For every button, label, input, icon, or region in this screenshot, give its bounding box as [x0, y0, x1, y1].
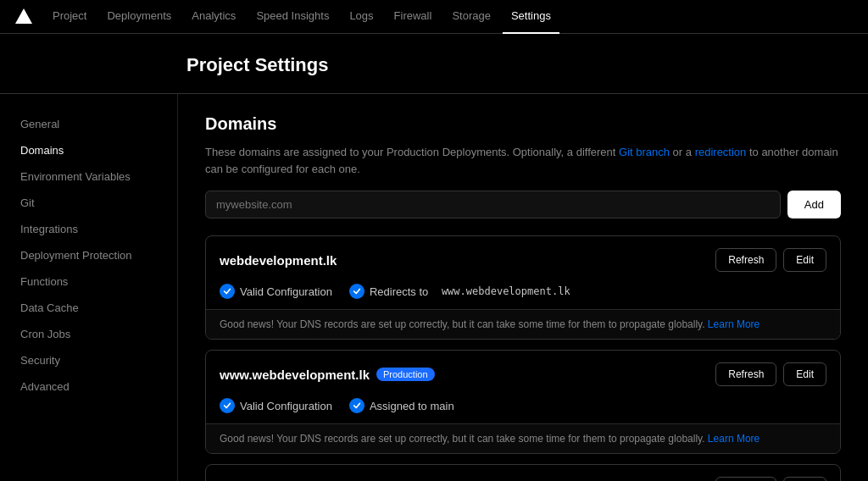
domain-card-3: webdevelopment-lk.vercel.app Production … — [205, 464, 841, 481]
content-layout: General Domains Environment Variables Gi… — [0, 94, 868, 481]
svg-marker-0 — [15, 8, 32, 24]
domain-name-row-2: www.webdevelopment.lk Production — [220, 368, 435, 382]
domain-card-3-actions: Refresh Edit — [715, 477, 826, 481]
domain-status-row-1: Valid Configuration Redirects to www.web… — [206, 284, 840, 309]
check-icon-redirect-1 — [349, 284, 364, 299]
domain-card-2: www.webdevelopment.lk Production Refresh… — [205, 350, 841, 454]
sidebar-item-deployment-protection[interactable]: Deployment Protection — [0, 242, 177, 268]
learn-more-link-1[interactable]: Learn More — [708, 318, 760, 330]
nav-item-storage[interactable]: Storage — [443, 0, 499, 34]
domain-name-1: webdevelopment.lk — [220, 253, 337, 268]
refresh-button-3[interactable]: Refresh — [715, 477, 776, 481]
status-redirect-1: Redirects to www.webdevelopment.lk — [349, 284, 570, 299]
status-valid-config-2: Valid Configuration — [220, 398, 332, 413]
sidebar-item-git[interactable]: Git — [0, 190, 177, 216]
edit-button-2[interactable]: Edit — [783, 362, 826, 386]
check-icon-2 — [220, 398, 235, 413]
refresh-button-1[interactable]: Refresh — [715, 248, 776, 272]
nav-item-speed-insights[interactable]: Speed Insights — [248, 0, 337, 34]
main-content: Domains These domains are assigned to yo… — [178, 94, 868, 481]
status-valid-config-1: Valid Configuration — [220, 284, 332, 299]
nav-item-deployments[interactable]: Deployments — [98, 0, 180, 34]
nav-item-analytics[interactable]: Analytics — [183, 0, 244, 34]
domain-status-row-2: Valid Configuration Assigned to main — [206, 398, 840, 423]
info-bar-1: Good news! Your DNS records are set up c… — [206, 309, 840, 339]
check-icon-assigned-2 — [349, 398, 364, 413]
domain-card-2-header: www.webdevelopment.lk Production Refresh… — [206, 351, 840, 398]
refresh-button-2[interactable]: Refresh — [715, 362, 776, 386]
nav-item-settings[interactable]: Settings — [503, 0, 559, 34]
page-title: Project Settings — [186, 54, 868, 76]
domain-input[interactable] — [205, 191, 781, 218]
page-header: Project Settings — [0, 34, 868, 94]
domain-card-1-header: webdevelopment.lk Refresh Edit — [206, 236, 840, 284]
domain-card-1-actions: Refresh Edit — [715, 248, 826, 272]
edit-button-3[interactable]: Edit — [783, 477, 826, 481]
domain-name-2: www.webdevelopment.lk — [220, 368, 370, 382]
domain-card-1: webdevelopment.lk Refresh Edit Valid Con… — [205, 235, 841, 340]
sidebar-item-cron-jobs[interactable]: Cron Jobs — [0, 321, 177, 347]
add-domain-button[interactable]: Add — [787, 191, 841, 218]
info-bar-2: Good news! Your DNS records are set up c… — [206, 423, 840, 453]
domains-title: Domains — [205, 114, 841, 134]
edit-button-1[interactable]: Edit — [783, 248, 826, 272]
sidebar: General Domains Environment Variables Gi… — [0, 94, 178, 481]
domain-card-3-header: webdevelopment-lk.vercel.app Production … — [206, 465, 840, 481]
nav-item-firewall[interactable]: Firewall — [386, 0, 441, 34]
sidebar-item-env-vars[interactable]: Environment Variables — [0, 163, 177, 190]
sidebar-item-domains[interactable]: Domains — [0, 137, 177, 163]
learn-more-link-2[interactable]: Learn More — [708, 433, 760, 445]
status-assigned-2: Assigned to main — [349, 398, 454, 413]
check-icon-1 — [220, 284, 235, 299]
sidebar-item-advanced[interactable]: Advanced — [0, 373, 177, 400]
redirect-target-1: www.webdevelopment.lk — [442, 285, 570, 297]
domains-description: These domains are assigned to your Produ… — [205, 144, 841, 177]
nav-item-project[interactable]: Project — [44, 0, 95, 34]
sidebar-item-data-cache[interactable]: Data Cache — [0, 295, 177, 321]
domain-card-2-actions: Refresh Edit — [715, 362, 826, 386]
top-nav: Project Deployments Analytics Speed Insi… — [0, 0, 868, 34]
logo-icon[interactable] — [14, 7, 34, 27]
redirection-link[interactable]: redirection — [695, 146, 747, 158]
nav-item-logs[interactable]: Logs — [341, 0, 381, 34]
sidebar-item-security[interactable]: Security — [0, 347, 177, 373]
domain-name-row-1: webdevelopment.lk — [220, 253, 337, 268]
sidebar-item-integrations[interactable]: Integrations — [0, 216, 177, 242]
domain-input-row: Add — [205, 191, 841, 218]
sidebar-item-general[interactable]: General — [0, 111, 177, 137]
sidebar-item-functions[interactable]: Functions — [0, 268, 177, 295]
git-branch-link[interactable]: Git branch — [619, 146, 670, 158]
badge-production-2: Production — [376, 368, 435, 381]
